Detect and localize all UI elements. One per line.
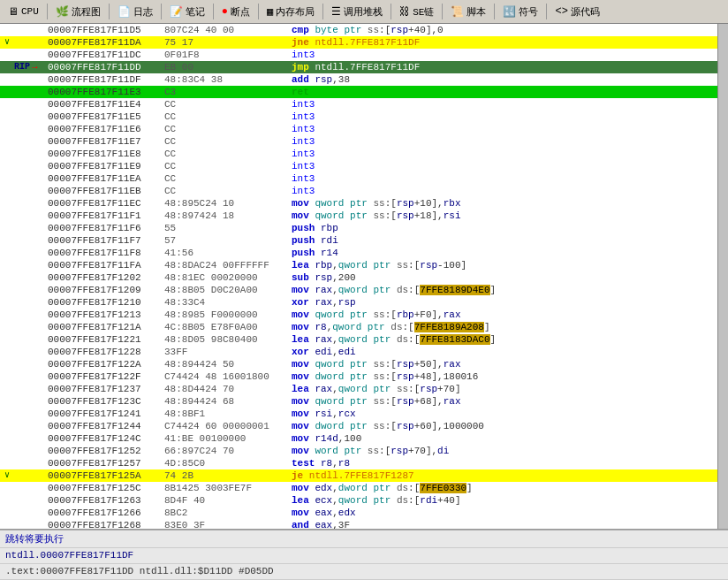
toolbar-notes[interactable]: 📝 笔记 bbox=[163, 0, 211, 23]
jump-arrow bbox=[0, 185, 14, 197]
table-row[interactable]: 00007FFE817F124148:8BF1mov rsi,rcx bbox=[0, 408, 717, 420]
instruction-col: mov qword ptr ss:[rsp+50],rax bbox=[284, 358, 717, 370]
toolbar-flowgraph[interactable]: 🌿 流程图 bbox=[49, 0, 107, 23]
table-row[interactable]: 00007FFE817F126883E0 3Fand eax,3F bbox=[0, 519, 717, 529]
bytes-col: 41:56 bbox=[161, 247, 284, 259]
table-row[interactable]: ∨00007FFE817F125A74 2Bje ntdll.7FFE817F1… bbox=[0, 469, 717, 482]
address-col: 00007FFE817F11E6 bbox=[46, 123, 161, 135]
toolbar-breakpoints[interactable]: ● 断点 bbox=[216, 0, 256, 23]
breakpoint-rip-col: RIP→ bbox=[14, 61, 46, 73]
toolbar-symbols[interactable]: 🔣 符号 bbox=[497, 0, 544, 23]
notes-icon: 📝 bbox=[170, 5, 183, 19]
address-col: 00007FFE817F1266 bbox=[46, 507, 161, 519]
table-row[interactable]: 00007FFE817F11DC0F01F8int3 bbox=[0, 49, 717, 61]
breakpoint-rip-col bbox=[14, 247, 46, 259]
toolbar-log[interactable]: 📄 日志 bbox=[111, 0, 159, 23]
instruction-col: sub rsp,200 bbox=[284, 271, 717, 284]
table-row[interactable]: 00007FFE817F12668BC2mov eax,edx bbox=[0, 507, 717, 519]
toolbar-script[interactable]: 📜 脚本 bbox=[444, 0, 492, 23]
table-row[interactable]: 00007FFE817F11E4CCint3 bbox=[0, 98, 717, 111]
address-col: 00007FFE817F123C bbox=[46, 395, 161, 408]
address-col: 00007FFE817F11E7 bbox=[46, 135, 161, 148]
address-col: 00007FFE817F1241 bbox=[46, 408, 161, 420]
bytes-col: 8D4F 40 bbox=[161, 494, 284, 507]
breakpoint-rip-col bbox=[14, 222, 46, 234]
bytes-col: 8B1425 3003FE7F bbox=[161, 482, 284, 494]
breakpoint-rip-col bbox=[14, 284, 46, 296]
table-row[interactable]: 00007FFE817F11E5CCint3 bbox=[0, 111, 717, 123]
table-row[interactable]: 00007FFE817F124C41:BE 00100000mov r14d,1… bbox=[0, 432, 717, 445]
table-row[interactable]: 00007FFE817F121348:8985 F0000000mov qwor… bbox=[0, 309, 717, 321]
table-row[interactable]: 00007FFE817F11EACCint3 bbox=[0, 172, 717, 185]
table-row[interactable]: 00007FFE817F12638D4F 40lea ecx,qword ptr… bbox=[0, 494, 717, 507]
address-col: 00007FFE817F1221 bbox=[46, 333, 161, 346]
bytes-col: 48:895C24 10 bbox=[161, 197, 284, 210]
address-col: 00007FFE817F1209 bbox=[46, 284, 161, 296]
table-row[interactable]: 00007FFE817F1244C74424 60 00000001mov dw… bbox=[0, 420, 717, 432]
cpu-icon: 🖥 bbox=[8, 5, 19, 19]
table-row[interactable]: 00007FFE817F11F841:56push r14 bbox=[0, 247, 717, 259]
table-row[interactable]: 00007FFE817F11E6CCint3 bbox=[0, 123, 717, 135]
table-row[interactable]: 00007FFE817F123748:8D4424 70lea rax,qwor… bbox=[0, 383, 717, 395]
table-row[interactable]: 00007FFE817F11E8CCint3 bbox=[0, 148, 717, 160]
toolbar-source[interactable]: <> 源代码 bbox=[549, 0, 605, 23]
toolbar-sep-2 bbox=[109, 4, 110, 19]
breakpoint-rip-col bbox=[14, 469, 46, 482]
table-row[interactable]: 00007FFE817F11E7CCint3 bbox=[0, 135, 717, 148]
disasm-rows-area[interactable]: 00007FFE817F11D5807C24 40 00cmp byte ptr… bbox=[0, 24, 717, 529]
table-row[interactable]: 00007FFE817F12574D:85C0test r8,r8 bbox=[0, 457, 717, 469]
table-row[interactable]: 00007FFE817F122833FFxor edi,edi bbox=[0, 346, 717, 358]
table-row[interactable]: 00007FFE817F11F148:897424 18mov qword pt… bbox=[0, 210, 717, 222]
jump-arrow bbox=[0, 346, 14, 358]
table-row[interactable]: 00007FFE817F120248:81EC 00020000sub rsp,… bbox=[0, 271, 717, 284]
instruction-col: mov r8,qword ptr ds:[7FFE8189A208] bbox=[284, 321, 717, 333]
table-row[interactable]: 00007FFE817F11D5807C24 40 00cmp byte ptr… bbox=[0, 24, 717, 36]
instruction-col: push rdi bbox=[284, 234, 717, 247]
table-row[interactable]: 00007FFE817F125266:897C24 70mov word ptr… bbox=[0, 445, 717, 457]
address-col: 00007FFE817F125A bbox=[46, 469, 161, 482]
instruction-col: int3 bbox=[284, 172, 717, 185]
bytes-col: 57 bbox=[161, 234, 284, 247]
jump-arrow bbox=[0, 98, 14, 111]
table-row[interactable]: 00007FFE817F11E9CCint3 bbox=[0, 160, 717, 172]
toolbar-callstack[interactable]: ☰ 调用堆栈 bbox=[325, 0, 389, 23]
toolbar-memory[interactable]: ▦ 内存布局 bbox=[261, 0, 321, 23]
log-icon: 📄 bbox=[118, 5, 131, 19]
table-row[interactable]: 00007FFE817F11F757push rdi bbox=[0, 234, 717, 247]
scrollbar[interactable] bbox=[717, 24, 728, 529]
table-row[interactable]: 00007FFE817F11FA48:8DAC24 00FFFFFFlea rb… bbox=[0, 259, 717, 271]
table-row[interactable]: RIP→00007FFE817F11DDEB 00jmp ntdll.7FFE8… bbox=[0, 61, 717, 73]
instruction-col: int3 bbox=[284, 135, 717, 148]
table-row[interactable]: 00007FFE817F11DF48:83C4 38add rsp,38 bbox=[0, 73, 717, 86]
jump-target-text: ntdll.00007FFE817F11DF bbox=[5, 550, 133, 561]
bytes-col: 4D:85C0 bbox=[161, 457, 284, 469]
instruction-col: lea ecx,qword ptr ds:[rdi+40] bbox=[284, 494, 717, 507]
toolbar-sep-1 bbox=[47, 4, 48, 19]
table-row[interactable]: 00007FFE817F121048:33C4xor rax,rsp bbox=[0, 296, 717, 309]
table-row[interactable]: 00007FFE817F122FC74424 48 16001800mov dw… bbox=[0, 370, 717, 383]
table-row[interactable]: ∨00007FFE817F11DA75 17jne ntdll.7FFE817F… bbox=[0, 36, 717, 49]
address-col: 00007FFE817F122A bbox=[46, 358, 161, 370]
toolbar-cpu[interactable]: 🖥 CPU bbox=[2, 0, 45, 23]
table-row[interactable]: 00007FFE817F11EC48:895C24 10mov qword pt… bbox=[0, 197, 717, 210]
disasm-pane: 00007FFE817F11D5807C24 40 00cmp byte ptr… bbox=[0, 24, 728, 530]
table-row[interactable]: 00007FFE817F11EBCCint3 bbox=[0, 185, 717, 197]
instruction-col: xor edi,edi bbox=[284, 346, 717, 358]
jump-arrow bbox=[0, 61, 14, 73]
table-row[interactable]: 00007FFE817F121A4C:8B05 E78F0A00mov r8,q… bbox=[0, 321, 717, 333]
jump-arrow bbox=[0, 135, 14, 148]
table-row[interactable]: 00007FFE817F120948:8B05 D0C20A00mov rax,… bbox=[0, 284, 717, 296]
toolbar-sechain[interactable]: ⛓ SE链 bbox=[393, 0, 440, 23]
table-row[interactable]: 00007FFE817F125C8B1425 3003FE7Fmov edx,d… bbox=[0, 482, 717, 494]
jump-arrow bbox=[0, 172, 14, 185]
table-row[interactable]: 00007FFE817F123C48:894424 68mov qword pt… bbox=[0, 395, 717, 408]
address-col: 00007FFE817F11F8 bbox=[46, 247, 161, 259]
breakpoint-rip-col bbox=[14, 148, 46, 160]
table-row[interactable]: 00007FFE817F11F655push rbp bbox=[0, 222, 717, 234]
instruction-col: xor rax,rsp bbox=[284, 296, 717, 309]
table-row[interactable]: 00007FFE817F122A48:894424 50mov qword pt… bbox=[0, 358, 717, 370]
table-row[interactable]: 00007FFE817F11E3C3ret bbox=[0, 86, 717, 98]
jump-arrow bbox=[0, 333, 14, 346]
bytes-col: CC bbox=[161, 111, 284, 123]
table-row[interactable]: 00007FFE817F122148:8D05 98C80400lea rax,… bbox=[0, 333, 717, 346]
